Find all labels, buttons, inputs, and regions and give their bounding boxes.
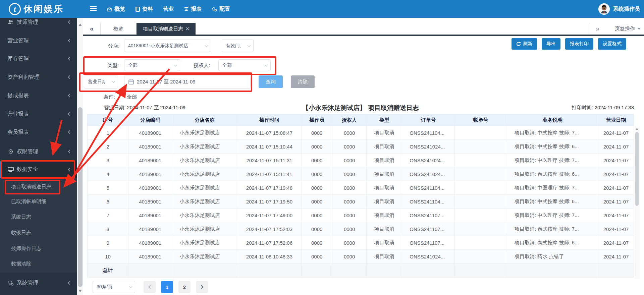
cell: ONSS241107... <box>402 222 454 236</box>
chevron-down-icon <box>174 63 177 66</box>
sidebar-item-business-mgmt[interactable]: 营业管理 <box>0 33 77 49</box>
cell: 项目取消 <box>367 236 402 250</box>
search-button[interactable]: 查询 <box>259 75 283 88</box>
cell: 0000 <box>332 154 367 167</box>
scrollbar-thumb[interactable] <box>78 107 83 287</box>
submenu-label: 已取消帐单明细 <box>11 198 46 205</box>
authorizer-select[interactable]: 全部 <box>218 59 271 71</box>
cell: 项目取消: 中医理疗 技师: 7... <box>507 181 598 195</box>
submenu-item-cancelled-bill-detail[interactable]: 已取消帐单明细 <box>0 195 77 208</box>
chevron-down-icon <box>129 285 132 288</box>
col-header-store-code: 分店编码 <box>128 114 172 126</box>
cell: 小永乐沐足测试店 <box>172 209 237 222</box>
select-value: 30条/页 <box>97 284 112 290</box>
submenu-item-cashier-log[interactable]: 收银日志 <box>0 227 77 239</box>
store-status-select[interactable]: 有效门店 <box>222 40 254 52</box>
page-button-2[interactable]: 2 <box>178 281 191 293</box>
cell: 4 <box>88 167 128 181</box>
app-logo[interactable]: t 休闲娱乐 <box>0 0 77 18</box>
sidebar-item-permission-mgmt[interactable]: 权限管理 <box>0 143 77 160</box>
date-range-input[interactable]: 2024-11-07 至 2024-11-09 <box>124 75 251 88</box>
cell: 2024-11-07 15:11:41 <box>237 167 302 181</box>
cell: ONSS241107... <box>402 236 454 250</box>
sidebar-item-member-report[interactable]: 会员报表 <box>0 124 77 140</box>
page-button-1[interactable]: 1 <box>161 281 173 293</box>
sidebar-item-system-mgmt[interactable]: 系统管理 <box>0 275 77 291</box>
refresh-button[interactable]: 刷新 <box>512 38 537 50</box>
cell: 项目取消: 泰式按摩 技师: 6... <box>507 167 598 181</box>
chevron-left-icon <box>68 94 71 97</box>
type-select[interactable]: 全部 <box>124 59 180 71</box>
submenu-item-data-clear[interactable]: 数据清除 <box>0 258 77 270</box>
submenu-label: 系统日志 <box>11 214 31 220</box>
prev-page-button[interactable] <box>144 281 156 293</box>
export-button[interactable]: 导出 <box>542 38 560 50</box>
cell: ONSS241104... <box>402 126 454 140</box>
cell: 2024-11-07 <box>598 181 634 195</box>
cell: 2024-11-08 10:48:33 <box>237 250 302 263</box>
set-format-button[interactable]: 设置格式 <box>598 38 626 50</box>
cell: 40189001 <box>128 140 172 154</box>
sidebar-item-inventory-mgmt[interactable]: 库存管理 <box>0 51 77 67</box>
tabs-scroll-right-button[interactable]: » <box>589 23 606 35</box>
cell: 项目取消: 中医理疗 技师: 7... <box>507 209 598 222</box>
submenu-item-project-cancel-gift-log[interactable]: 项目取消赠送日志 <box>0 181 77 193</box>
condition-label: 条件: <box>104 94 115 100</box>
scrollbar-thumb[interactable] <box>635 132 639 206</box>
sidebar-item-label: 技师管理 <box>17 19 68 26</box>
sidebar-item-data-security[interactable]: 数据安全 <box>0 161 77 178</box>
cell: 项目取消 <box>367 181 402 195</box>
nav-item-overview[interactable]: 概览 <box>107 6 125 13</box>
cell: 3 <box>88 154 128 167</box>
nav-item-data[interactable]: 资料 <box>135 6 153 13</box>
cell: 2024-11-07 <box>598 236 634 250</box>
sidebar-item-label: 权限管理 <box>17 148 68 155</box>
sidebar-item-asset-profit[interactable]: 资产利润管理 <box>0 69 77 85</box>
cell <box>454 236 507 250</box>
tab-project-cancel-gift-log[interactable]: 项目取消赠送日志 × <box>137 23 196 35</box>
store-select[interactable]: 40189001-小永乐沐足测试店 <box>124 40 211 52</box>
button-label: 导出 <box>546 41 556 47</box>
tab-operations-dropdown[interactable]: 页签操作 <box>615 23 641 35</box>
tabs-scroll-left-button[interactable]: « <box>83 23 101 35</box>
table-scrollbar[interactable] <box>635 126 640 279</box>
scroll-up-icon[interactable] <box>636 128 638 130</box>
col-header-biz-date: 营业日期 <box>598 114 634 126</box>
tab-overview[interactable]: 概览 <box>101 23 137 35</box>
cell: 2024-11-07 15:10:44 <box>237 140 302 154</box>
page-size-select[interactable]: 30条/页 <box>93 281 135 293</box>
nav-item-business[interactable]: 营业 <box>163 6 174 13</box>
close-icon[interactable]: × <box>186 26 189 32</box>
cell: 0000 <box>302 222 332 236</box>
scroll-up-icon[interactable] <box>78 23 82 26</box>
nav-label: 营业 <box>163 6 174 13</box>
scroll-down-icon[interactable] <box>78 290 82 292</box>
chevron-left-icon <box>68 112 71 116</box>
submenu-item-system-log[interactable]: 系统日志 <box>0 211 77 223</box>
chevron-left-icon <box>68 75 71 79</box>
cell: 项目取消 <box>367 167 402 181</box>
page-scrollbar[interactable] <box>77 18 83 295</box>
nav-item-reports[interactable]: 报表 <box>184 6 202 13</box>
submenu-item-technician-op-log[interactable]: 技师操作日志 <box>0 242 77 254</box>
tab-ops-label: 页签操作 <box>615 25 635 32</box>
user-menu[interactable]: 系统操作员 <box>598 0 640 18</box>
cell: 小永乐沐足测试店 <box>172 250 237 263</box>
menu-toggle-icon[interactable] <box>90 6 97 11</box>
next-page-button[interactable] <box>196 281 208 293</box>
cell: ONSS241104... <box>402 181 454 195</box>
cell <box>454 140 507 154</box>
cell <box>454 209 507 222</box>
sidebar-item-business-report[interactable]: 营业报表 <box>0 106 77 122</box>
button-label: 刷新 <box>523 41 532 47</box>
report-print-button[interactable]: 报表打印 <box>565 38 593 50</box>
clear-button[interactable]: 清除 <box>291 75 315 88</box>
chevron-left-icon <box>68 20 71 24</box>
date-mode-select[interactable]: 营业日期 <box>84 75 118 88</box>
sidebar-item-technician-mgmt[interactable]: 技师管理 <box>0 18 77 30</box>
chevron-left-icon <box>68 150 71 153</box>
sidebar-item-commission-report[interactable]: 提成报表 <box>0 87 77 104</box>
nav-item-settings[interactable]: 配置 <box>212 6 230 13</box>
gears-icon <box>7 280 14 286</box>
cell: 项目取消: 泰式按摩 技师: 7... <box>507 222 598 236</box>
